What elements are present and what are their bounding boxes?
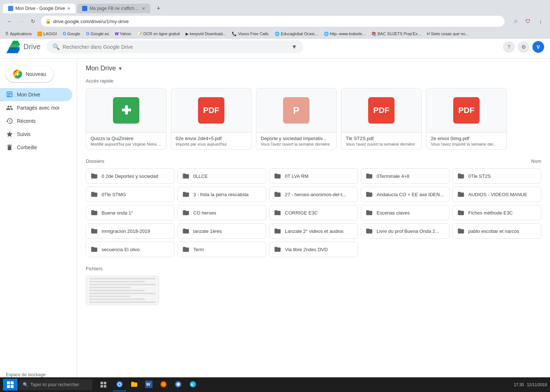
help-button[interactable]: ? <box>503 41 515 53</box>
tab-1-title: Mon Drive - Google Drive <box>15 6 65 11</box>
folder-icon <box>274 209 281 216</box>
folder-item[interactable]: lanzate 1ères <box>177 223 266 239</box>
taskbar-app-chrome2[interactable] <box>172 378 185 391</box>
folder-item[interactable]: CORRIGE E3C <box>269 205 358 220</box>
tab-1-close[interactable]: ✕ <box>67 6 70 11</box>
folders-grid: 0 2de Deportes y sociedad 0LLCE 0T LVA R… <box>86 168 541 257</box>
taskbar-app-explorer[interactable] <box>128 378 141 391</box>
bookmark-educaglobal[interactable]: 🌐 Educaglobal Ocasi... <box>272 31 320 37</box>
bookmark-google[interactable]: G Google <box>60 30 82 37</box>
bookmark-star-icon[interactable]: ☆ <box>510 16 521 26</box>
folder-item[interactable]: Via libre 2ndes DVD <box>269 242 358 257</box>
sidebar-item-partages[interactable]: Partagés avec moi <box>0 101 72 114</box>
bookmark-bac[interactable]: 📚 BAC SUJETS Prep'Ex... <box>369 31 423 37</box>
new-tab-button[interactable]: + <box>153 3 164 14</box>
taskbar-app-word[interactable]: W <box>142 378 155 391</box>
search-dropdown-icon[interactable]: ▼ <box>292 44 297 50</box>
folder-item[interactable]: 0Tle STMG <box>86 187 175 202</box>
settings-button[interactable]: ⚙ <box>518 41 529 53</box>
folder-item[interactable]: 0Terminale 4+8 <box>361 168 450 184</box>
quick-access-label: Accès rapide <box>77 75 550 85</box>
title-dropdown-icon[interactable]: ▾ <box>119 65 122 72</box>
sort-label[interactable]: Nom <box>531 158 541 164</box>
bookmark-ocr[interactable]: 📝 OCR en ligne gratuit <box>135 31 182 37</box>
qa-card-quizz[interactable]: ✚ Quizzs la QuiZinière Modifié aujourd'h… <box>86 88 166 150</box>
search-input[interactable] <box>63 44 289 50</box>
suivis-icon <box>6 131 13 138</box>
folder-icon <box>91 209 98 216</box>
folder-name: Buena onda 1° <box>102 210 133 216</box>
forward-button[interactable]: → <box>16 16 26 26</box>
qa-card-pdf1-info: 02e envoi 2de4+5.pdf Importé par vous au… <box>171 132 251 149</box>
avatar-initial: V <box>536 44 540 50</box>
reload-button[interactable]: ↻ <box>28 16 38 26</box>
folder-item[interactable]: CO heroes <box>177 205 266 220</box>
download-icon[interactable]: ↓ <box>535 16 546 26</box>
doc-line <box>89 281 145 282</box>
folder-item[interactable]: 3 - frida la perra rescatista <box>177 187 266 202</box>
sidebar-item-suivis[interactable]: Suivis <box>0 128 72 141</box>
tab-2-close[interactable]: ✕ <box>142 6 145 11</box>
sidebar-item-corbeille[interactable]: Corbeille <box>0 141 72 154</box>
sidebar-item-mon-drive[interactable]: Mon Drive <box>0 88 72 101</box>
qa-card-pdf2[interactable]: P Deporte y sociedad Imperativ... Vous l… <box>256 88 337 150</box>
file-preview-1[interactable] <box>86 276 159 305</box>
folder-item[interactable]: Fiches méthode E3C <box>452 205 541 220</box>
sidebar-item-recents[interactable]: Récents <box>0 114 72 128</box>
folder-item[interactable]: 0 2de Deportes y sociedad <box>86 168 175 184</box>
taskbar-app-chrome[interactable] <box>113 378 126 391</box>
bookmark-voxox[interactable]: 📞 Voxox Free Calls <box>230 31 271 37</box>
content-header: Mon Drive ▾ <box>77 59 550 75</box>
folder-item[interactable]: pablo escobar et narcos <box>452 223 541 239</box>
qa-card-pdf3[interactable]: PDF Tle ST2S.pdf Vous l'avez ouvert la s… <box>341 88 422 150</box>
folder-item[interactable]: 0Tle ST2S <box>452 168 541 184</box>
folder-item[interactable]: AUDIOS - VIDEOS MANUE <box>452 187 541 202</box>
bookmark-todoele[interactable]: 🌐 http--www.todoele... <box>322 31 368 37</box>
folder-item[interactable]: Buena onda 1° <box>86 205 175 220</box>
folder-item[interactable]: Andalucía CO + EE axe IDEN... <box>361 187 450 202</box>
folder-item[interactable]: inmigracion 2018-2019 <box>86 223 175 239</box>
tab-1[interactable]: Mon Drive - Google Drive ✕ <box>3 4 76 13</box>
svg-point-10 <box>118 383 121 386</box>
yahoo-icon: W <box>115 32 118 36</box>
folder-item[interactable]: Livre du prof Buena Onda 2... <box>361 223 450 239</box>
qa-card-pdf1[interactable]: PDF 02e envoi 2de4+5.pdf Importé par vou… <box>171 88 252 150</box>
qa-card-pdf4[interactable]: PDF 2e envoi Stmg.pdf Vous l'avez import… <box>426 88 507 150</box>
folder-item[interactable]: secuencia El olivo <box>86 242 175 257</box>
tab-2[interactable]: Ma page FB ne s'affiche plus cor... ✕ <box>77 4 150 13</box>
siete-icon: H <box>427 32 430 36</box>
folder-name: Lanzate 2° videos et audios <box>285 228 344 234</box>
folder-item[interactable]: 27 - heroes-anonimos-del-t... <box>269 187 358 202</box>
search-bar[interactable]: 🔍 ▼ <box>47 40 303 53</box>
folder-icon <box>457 172 465 180</box>
taskbar-app-ie[interactable]: e <box>186 378 199 391</box>
taskbar-search[interactable]: 🔍 Taper ici pour rechercher <box>19 379 92 390</box>
bookmark-google-es[interactable]: G Google.es <box>84 30 111 37</box>
sidebar-nav: Mon Drive Partagés avec moi Récents Suiv… <box>0 88 77 154</box>
folder-item[interactable]: Lanzate 2° videos et audios <box>269 223 358 239</box>
bookmark-lagigi[interactable]: LAGIGI <box>35 31 59 37</box>
folder-item[interactable]: 0T LVA RM <box>269 168 358 184</box>
folder-item[interactable]: Escenas claves <box>361 205 450 220</box>
qa-card-pdf3-name: Tle ST2S.pdf <box>346 136 417 141</box>
back-button[interactable]: ← <box>4 16 15 26</box>
taskbar-app-firefox[interactable] <box>157 378 170 391</box>
folder-icon <box>274 191 281 198</box>
qa-card-pdf3-thumb: PDF <box>341 88 421 132</box>
bookmark-siete[interactable]: H Siete cosas que no... <box>425 31 471 37</box>
bookmark-todoele-label: http--www.todoele... <box>330 32 366 36</box>
folder-icon <box>457 227 465 235</box>
url-bar[interactable]: 🔒 drive.google.com/drive/u/1/my-drive <box>41 16 505 27</box>
folder-item[interactable]: 0LLCE <box>177 168 266 184</box>
folder-item[interactable]: Term <box>177 242 266 257</box>
avatar[interactable]: V <box>532 41 544 53</box>
bookmark-keepvid[interactable]: ▶ keepvid Download... <box>183 31 228 37</box>
task-view-button[interactable] <box>97 378 110 391</box>
bookmark-yahoo[interactable]: W Yahoo <box>113 31 133 37</box>
new-button[interactable]: + Nouveau <box>6 66 54 82</box>
shield-icon[interactable]: 🛡 <box>523 16 533 26</box>
bookmark-applications[interactable]: ⠿ Applications <box>3 30 34 37</box>
start-button[interactable] <box>3 379 18 391</box>
svg-rect-2 <box>7 385 10 388</box>
bookmark-google-es-label: Google.es <box>91 32 109 36</box>
